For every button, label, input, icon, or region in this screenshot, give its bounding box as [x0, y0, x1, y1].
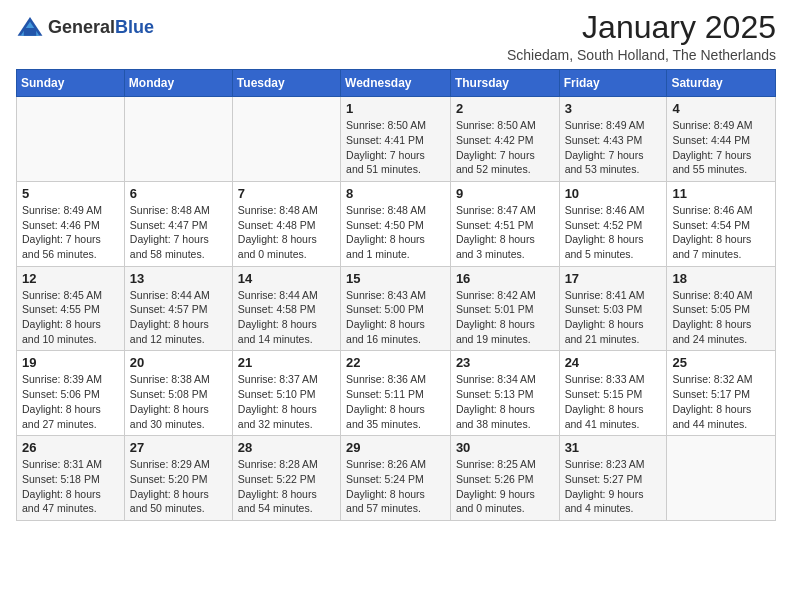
day-number: 20: [130, 355, 227, 370]
day-cell: 29Sunrise: 8:26 AM Sunset: 5:24 PM Dayli…: [341, 436, 451, 521]
day-number: 23: [456, 355, 554, 370]
day-cell: 25Sunrise: 8:32 AM Sunset: 5:17 PM Dayli…: [667, 351, 776, 436]
month-title: January 2025: [507, 10, 776, 45]
week-row-1: 1Sunrise: 8:50 AM Sunset: 4:41 PM Daylig…: [17, 97, 776, 182]
day-info: Sunrise: 8:31 AM Sunset: 5:18 PM Dayligh…: [22, 457, 119, 516]
day-info: Sunrise: 8:50 AM Sunset: 4:41 PM Dayligh…: [346, 118, 445, 177]
day-cell: [232, 97, 340, 182]
day-number: 26: [22, 440, 119, 455]
day-info: Sunrise: 8:44 AM Sunset: 4:58 PM Dayligh…: [238, 288, 335, 347]
day-number: 1: [346, 101, 445, 116]
day-number: 21: [238, 355, 335, 370]
day-info: Sunrise: 8:37 AM Sunset: 5:10 PM Dayligh…: [238, 372, 335, 431]
day-cell: 3Sunrise: 8:49 AM Sunset: 4:43 PM Daylig…: [559, 97, 667, 182]
day-cell: [124, 97, 232, 182]
day-cell: [17, 97, 125, 182]
day-cell: 12Sunrise: 8:45 AM Sunset: 4:55 PM Dayli…: [17, 266, 125, 351]
day-info: Sunrise: 8:48 AM Sunset: 4:48 PM Dayligh…: [238, 203, 335, 262]
day-info: Sunrise: 8:25 AM Sunset: 5:26 PM Dayligh…: [456, 457, 554, 516]
logo-general: General: [48, 18, 115, 38]
subtitle: Schiedam, South Holland, The Netherlands: [507, 47, 776, 63]
day-info: Sunrise: 8:43 AM Sunset: 5:00 PM Dayligh…: [346, 288, 445, 347]
day-number: 2: [456, 101, 554, 116]
day-header-sunday: Sunday: [17, 70, 125, 97]
day-cell: 22Sunrise: 8:36 AM Sunset: 5:11 PM Dayli…: [341, 351, 451, 436]
day-info: Sunrise: 8:28 AM Sunset: 5:22 PM Dayligh…: [238, 457, 335, 516]
day-number: 31: [565, 440, 662, 455]
logo-icon: [16, 14, 44, 42]
day-cell: 7Sunrise: 8:48 AM Sunset: 4:48 PM Daylig…: [232, 181, 340, 266]
header: GeneralBlue January 2025 Schiedam, South…: [16, 10, 776, 63]
day-info: Sunrise: 8:39 AM Sunset: 5:06 PM Dayligh…: [22, 372, 119, 431]
day-number: 13: [130, 271, 227, 286]
day-number: 27: [130, 440, 227, 455]
day-cell: 23Sunrise: 8:34 AM Sunset: 5:13 PM Dayli…: [450, 351, 559, 436]
calendar-header: SundayMondayTuesdayWednesdayThursdayFrid…: [17, 70, 776, 97]
week-row-4: 19Sunrise: 8:39 AM Sunset: 5:06 PM Dayli…: [17, 351, 776, 436]
day-number: 9: [456, 186, 554, 201]
day-info: Sunrise: 8:33 AM Sunset: 5:15 PM Dayligh…: [565, 372, 662, 431]
week-row-2: 5Sunrise: 8:49 AM Sunset: 4:46 PM Daylig…: [17, 181, 776, 266]
day-cell: 1Sunrise: 8:50 AM Sunset: 4:41 PM Daylig…: [341, 97, 451, 182]
logo-blue: Blue: [115, 18, 154, 38]
day-number: 7: [238, 186, 335, 201]
day-info: Sunrise: 8:41 AM Sunset: 5:03 PM Dayligh…: [565, 288, 662, 347]
day-number: 4: [672, 101, 770, 116]
day-cell: 24Sunrise: 8:33 AM Sunset: 5:15 PM Dayli…: [559, 351, 667, 436]
day-info: Sunrise: 8:50 AM Sunset: 4:42 PM Dayligh…: [456, 118, 554, 177]
day-info: Sunrise: 8:26 AM Sunset: 5:24 PM Dayligh…: [346, 457, 445, 516]
day-cell: 19Sunrise: 8:39 AM Sunset: 5:06 PM Dayli…: [17, 351, 125, 436]
day-cell: 21Sunrise: 8:37 AM Sunset: 5:10 PM Dayli…: [232, 351, 340, 436]
day-info: Sunrise: 8:32 AM Sunset: 5:17 PM Dayligh…: [672, 372, 770, 431]
day-number: 19: [22, 355, 119, 370]
day-cell: 13Sunrise: 8:44 AM Sunset: 4:57 PM Dayli…: [124, 266, 232, 351]
page: GeneralBlue January 2025 Schiedam, South…: [0, 0, 792, 537]
day-info: Sunrise: 8:45 AM Sunset: 4:55 PM Dayligh…: [22, 288, 119, 347]
day-cell: 26Sunrise: 8:31 AM Sunset: 5:18 PM Dayli…: [17, 436, 125, 521]
calendar: SundayMondayTuesdayWednesdayThursdayFrid…: [16, 69, 776, 521]
day-number: 22: [346, 355, 445, 370]
day-cell: 6Sunrise: 8:48 AM Sunset: 4:47 PM Daylig…: [124, 181, 232, 266]
day-number: 6: [130, 186, 227, 201]
day-info: Sunrise: 8:49 AM Sunset: 4:44 PM Dayligh…: [672, 118, 770, 177]
day-header-wednesday: Wednesday: [341, 70, 451, 97]
day-number: 24: [565, 355, 662, 370]
day-cell: 9Sunrise: 8:47 AM Sunset: 4:51 PM Daylig…: [450, 181, 559, 266]
day-info: Sunrise: 8:38 AM Sunset: 5:08 PM Dayligh…: [130, 372, 227, 431]
day-cell: 2Sunrise: 8:50 AM Sunset: 4:42 PM Daylig…: [450, 97, 559, 182]
day-number: 10: [565, 186, 662, 201]
calendar-body: 1Sunrise: 8:50 AM Sunset: 4:41 PM Daylig…: [17, 97, 776, 521]
day-cell: 31Sunrise: 8:23 AM Sunset: 5:27 PM Dayli…: [559, 436, 667, 521]
day-number: 12: [22, 271, 119, 286]
day-info: Sunrise: 8:44 AM Sunset: 4:57 PM Dayligh…: [130, 288, 227, 347]
day-cell: 18Sunrise: 8:40 AM Sunset: 5:05 PM Dayli…: [667, 266, 776, 351]
day-number: 5: [22, 186, 119, 201]
day-number: 28: [238, 440, 335, 455]
day-cell: [667, 436, 776, 521]
day-info: Sunrise: 8:40 AM Sunset: 5:05 PM Dayligh…: [672, 288, 770, 347]
day-header-monday: Monday: [124, 70, 232, 97]
day-info: Sunrise: 8:48 AM Sunset: 4:47 PM Dayligh…: [130, 203, 227, 262]
day-number: 15: [346, 271, 445, 286]
day-cell: 10Sunrise: 8:46 AM Sunset: 4:52 PM Dayli…: [559, 181, 667, 266]
day-cell: 20Sunrise: 8:38 AM Sunset: 5:08 PM Dayli…: [124, 351, 232, 436]
day-number: 17: [565, 271, 662, 286]
day-info: Sunrise: 8:46 AM Sunset: 4:54 PM Dayligh…: [672, 203, 770, 262]
day-cell: 28Sunrise: 8:28 AM Sunset: 5:22 PM Dayli…: [232, 436, 340, 521]
week-row-5: 26Sunrise: 8:31 AM Sunset: 5:18 PM Dayli…: [17, 436, 776, 521]
day-info: Sunrise: 8:47 AM Sunset: 4:51 PM Dayligh…: [456, 203, 554, 262]
day-cell: 17Sunrise: 8:41 AM Sunset: 5:03 PM Dayli…: [559, 266, 667, 351]
day-info: Sunrise: 8:29 AM Sunset: 5:20 PM Dayligh…: [130, 457, 227, 516]
logo-text: GeneralBlue: [48, 18, 154, 38]
day-number: 25: [672, 355, 770, 370]
days-of-week-row: SundayMondayTuesdayWednesdayThursdayFrid…: [17, 70, 776, 97]
day-info: Sunrise: 8:49 AM Sunset: 4:46 PM Dayligh…: [22, 203, 119, 262]
day-cell: 16Sunrise: 8:42 AM Sunset: 5:01 PM Dayli…: [450, 266, 559, 351]
day-cell: 11Sunrise: 8:46 AM Sunset: 4:54 PM Dayli…: [667, 181, 776, 266]
day-info: Sunrise: 8:48 AM Sunset: 4:50 PM Dayligh…: [346, 203, 445, 262]
week-row-3: 12Sunrise: 8:45 AM Sunset: 4:55 PM Dayli…: [17, 266, 776, 351]
day-header-thursday: Thursday: [450, 70, 559, 97]
day-header-saturday: Saturday: [667, 70, 776, 97]
day-number: 3: [565, 101, 662, 116]
day-cell: 15Sunrise: 8:43 AM Sunset: 5:00 PM Dayli…: [341, 266, 451, 351]
